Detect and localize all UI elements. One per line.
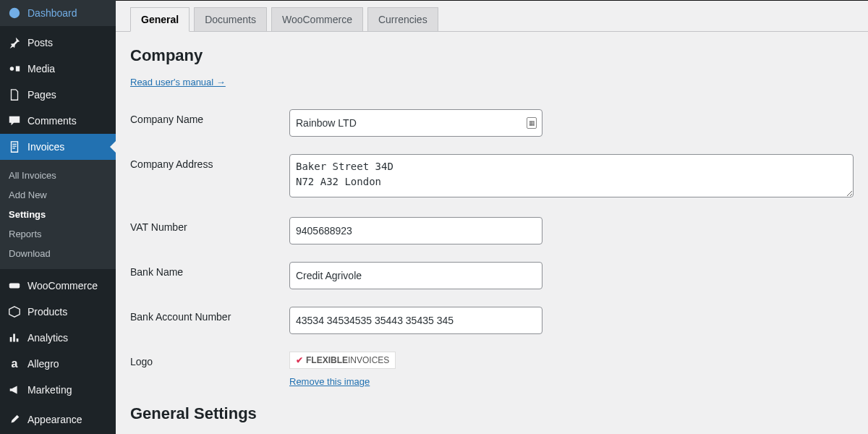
submenu-add-new[interactable]: Add New <box>0 185 116 205</box>
menu-label: Products <box>27 306 67 318</box>
menu-label: Invoices <box>27 141 64 153</box>
menu-products[interactable]: Products <box>0 299 116 325</box>
tab-woocommerce[interactable]: WooCommerce <box>271 7 363 31</box>
manual-link[interactable]: Read user's manual → <box>130 77 226 88</box>
svg-rect-1 <box>9 283 20 288</box>
menu-label: Comments <box>27 115 77 127</box>
menu-comments[interactable]: Comments <box>0 108 116 134</box>
input-bank-account[interactable] <box>289 307 542 334</box>
logo-text-2: INVOICES <box>348 355 389 365</box>
menu-marketing[interactable]: Marketing <box>0 377 116 403</box>
settings-tabs: General Documents WooCommerce Currencies <box>116 1 868 32</box>
remove-image-link[interactable]: Remove this image <box>289 376 854 387</box>
dashboard-icon <box>7 6 22 20</box>
submenu-settings[interactable]: Settings <box>0 205 116 224</box>
check-icon: ✔ <box>296 355 303 365</box>
menu-appearance[interactable]: Appearance <box>0 407 116 433</box>
menu-woocommerce[interactable]: WooCommerce <box>0 273 116 299</box>
menu-label: WooCommerce <box>27 280 98 292</box>
menu-label: Analytics <box>27 332 68 344</box>
analytics-icon <box>7 331 22 345</box>
label-bank-name: Bank Name <box>130 262 289 278</box>
menu-dashboard[interactable]: Dashboard <box>0 0 116 26</box>
tab-currencies[interactable]: Currencies <box>367 7 438 31</box>
input-company-name[interactable] <box>289 109 542 137</box>
page-icon <box>7 88 22 102</box>
admin-sidebar: Dashboard Posts Media Pages Comments Inv… <box>0 0 116 434</box>
comment-icon <box>7 114 22 128</box>
submenu-download[interactable]: Download <box>0 244 116 263</box>
menu-media[interactable]: Media <box>0 56 116 82</box>
tab-general[interactable]: General <box>130 7 190 32</box>
section-heading-company: Company <box>130 46 854 65</box>
menu-label: Media <box>27 63 55 75</box>
pin-icon <box>7 35 22 50</box>
menu-label: Posts <box>27 37 53 48</box>
woocommerce-icon <box>7 278 22 293</box>
menu-allegro[interactable]: a Allegro <box>0 351 116 377</box>
menu-label: Pages <box>27 89 56 101</box>
submenu-invoices: All Invoices Add New Settings Reports Do… <box>0 160 116 269</box>
svg-point-0 <box>10 67 14 70</box>
logo-text-1: FLEXIBLE <box>306 355 348 365</box>
section-heading-general: General Settings <box>130 404 854 423</box>
menu-label: Appearance <box>27 414 82 425</box>
menu-analytics[interactable]: Analytics <box>0 325 116 351</box>
megaphone-icon <box>7 383 22 397</box>
label-company-name: Company Name <box>130 109 289 125</box>
label-company-address: Company Address <box>130 154 289 170</box>
main-content: General Documents WooCommerce Currencies… <box>116 0 868 434</box>
label-vat-number: VAT Number <box>130 217 289 233</box>
input-company-address[interactable] <box>289 154 854 197</box>
menu-label: Marketing <box>27 384 72 396</box>
contact-card-icon[interactable]: ▦ <box>527 117 537 129</box>
menu-invoices[interactable]: Invoices <box>0 134 116 160</box>
submenu-reports[interactable]: Reports <box>0 224 116 244</box>
logo-preview[interactable]: ✔ FLEXIBLEINVOICES <box>289 352 396 369</box>
menu-label: Dashboard <box>27 7 77 19</box>
media-icon <box>7 61 22 76</box>
menu-label: Allegro <box>27 358 59 370</box>
menu-pages[interactable]: Pages <box>0 82 116 108</box>
brush-icon <box>7 412 22 427</box>
allegro-icon: a <box>7 357 22 371</box>
submenu-all-invoices[interactable]: All Invoices <box>0 166 116 185</box>
label-bank-account: Bank Account Number <box>130 307 289 323</box>
tab-documents[interactable]: Documents <box>194 7 267 31</box>
label-logo: Logo <box>130 352 289 367</box>
input-bank-name[interactable] <box>289 262 542 289</box>
input-vat-number[interactable] <box>289 217 542 244</box>
products-icon <box>7 305 22 319</box>
menu-posts[interactable]: Posts <box>0 30 116 56</box>
invoice-icon <box>7 140 22 154</box>
